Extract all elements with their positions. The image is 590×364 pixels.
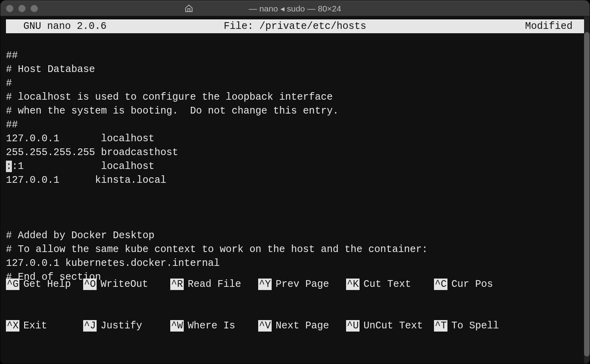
text-cursor: : [6,161,12,172]
shortcut-key: ^Y [258,279,272,290]
editor-line[interactable]: # when the system is booting. Do not cha… [6,104,584,118]
shortcut-key: ^K [346,279,360,290]
editor-line[interactable]: 127.0.0.1 kinsta.local [6,173,584,187]
shortcut-row-2: ^XExit^JJustify^WWhere Is^VNext Page^UUn… [6,319,579,333]
shortcut-label: Cur Pos [447,279,493,290]
shortcut-key: ^U [346,320,360,332]
shortcut-ctrl-w[interactable]: ^WWhere Is [170,319,258,333]
shortcut-label: UnCut Text [360,320,423,332]
editor-line[interactable]: 255.255.255.255 broadcasthost [6,146,584,159]
shortcut-ctrl-k[interactable]: ^KCut Text [346,277,434,291]
shortcut-key: ^W [170,320,184,332]
terminal-window: — nano ◂ sudo — 80×24 GNU nano 2.0.6 Fil… [0,0,590,364]
shortcut-key: ^V [258,320,272,332]
editor-line[interactable]: # [6,76,584,90]
shortcut-key: ^R [170,279,184,290]
shortcut-label: WriteOut [97,279,148,290]
nano-app-version: GNU nano 2.0.6 [11,19,107,33]
editor-line[interactable]: # Host Database [6,63,584,76]
editor-buffer[interactable]: ### Host Database## localhost is used to… [0,33,590,284]
shortcut-label: Where Is [184,320,235,332]
shortcut-label: Read File [184,279,241,290]
titlebar[interactable]: — nano ◂ sudo — 80×24 [0,0,590,16]
shortcut-ctrl-v[interactable]: ^VNext Page [258,319,346,333]
nano-status: Modified [525,19,579,33]
shortcut-key: ^C [434,279,447,290]
shortcut-ctrl-t[interactable]: ^TTo Spell [434,319,513,333]
window-title: — nano ◂ sudo — 80×24 [0,2,590,15]
shortcut-label: Cut Text [360,279,411,290]
editor-line[interactable]: # Added by Docker Desktop [6,229,584,243]
editor-line[interactable]: ## [6,49,584,63]
shortcut-key: ^X [6,320,19,332]
scrollbar-track[interactable] [584,16,590,364]
editor-line[interactable] [6,187,584,201]
shortcut-label: Prev Page [272,279,329,290]
shortcut-ctrl-o[interactable]: ^OWriteOut [83,277,170,291]
scrollbar-thumb[interactable] [584,32,590,356]
editor-line[interactable]: ## [6,118,584,132]
shortcut-ctrl-x[interactable]: ^XExit [6,319,83,333]
shortcut-key: ^G [6,279,19,290]
shortcut-ctrl-u[interactable]: ^UUnCut Text [346,319,434,333]
shortcut-ctrl-y[interactable]: ^YPrev Page [258,277,346,291]
shortcut-label: Next Page [272,320,329,332]
shortcut-key: ^O [83,279,97,290]
editor-line[interactable]: # localhost is used to configure the loo… [6,90,584,104]
shortcut-key: ^J [83,320,97,332]
editor-line[interactable] [6,215,584,229]
shortcut-ctrl-j[interactable]: ^JJustify [83,319,170,333]
shortcut-key: ^T [434,320,447,332]
shortcut-label: Justify [97,320,142,332]
shortcut-label: Exit [19,320,47,332]
shortcut-ctrl-r[interactable]: ^RRead File [170,277,258,291]
shortcut-ctrl-g[interactable]: ^GGet Help [6,277,83,291]
nano-header-bar: GNU nano 2.0.6 File: /private/etc/hosts … [6,19,584,33]
shortcut-label: Get Help [19,279,71,290]
editor-line[interactable] [6,201,584,215]
editor-line[interactable]: 127.0.0.1 localhost [6,132,584,146]
shortcut-row-1: ^GGet Help^OWriteOut^RRead File^YPrev Pa… [6,277,579,291]
nano-shortcut-bar: ^GGet Help^OWriteOut^RRead File^YPrev Pa… [6,250,579,360]
terminal-viewport[interactable]: GNU nano 2.0.6 File: /private/etc/hosts … [0,16,590,364]
shortcut-ctrl-c[interactable]: ^CCur Pos [434,277,513,291]
editor-line[interactable]: ::1 localhost [6,159,584,173]
shortcut-label: To Spell [447,320,499,332]
